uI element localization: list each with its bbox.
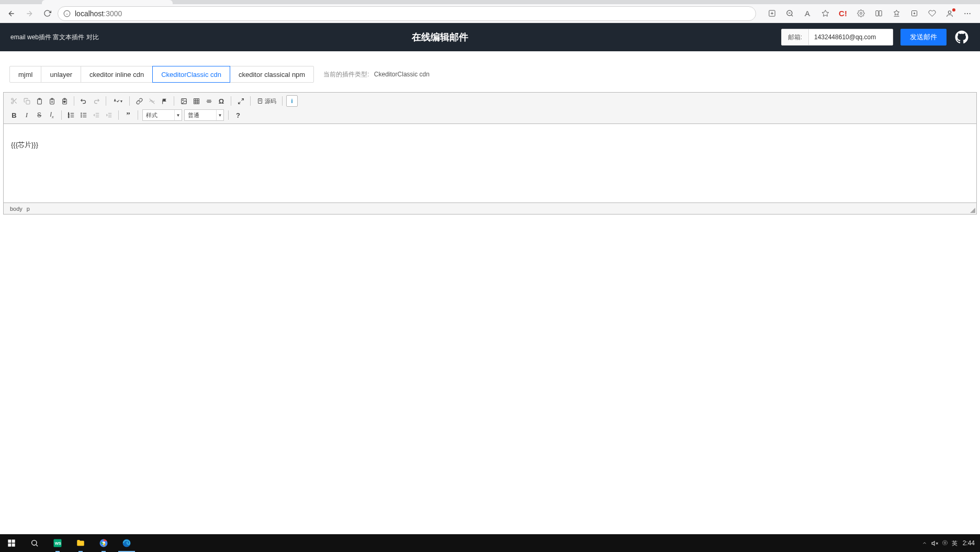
profile-avatar-icon[interactable] — [941, 6, 958, 21]
svg-rect-72 — [8, 539, 11, 543]
elements-path-body[interactable]: body — [8, 206, 25, 212]
svg-point-24 — [12, 102, 14, 104]
bulleted-list-icon[interactable] — [78, 109, 89, 121]
extension-gear-icon[interactable] — [852, 6, 869, 21]
svg-rect-28 — [26, 100, 29, 104]
horizontal-rule-icon[interactable] — [203, 95, 215, 107]
taskbar-app-edge[interactable] — [115, 534, 138, 552]
svg-line-26 — [15, 102, 16, 103]
styles-combo[interactable]: 样式 ▼ — [142, 109, 182, 121]
heart-icon[interactable] — [923, 6, 940, 21]
send-email-button[interactable]: 发送邮件 — [900, 29, 947, 46]
favorite-star-icon[interactable] — [817, 6, 833, 21]
resize-handle[interactable] — [970, 208, 975, 213]
collections-icon[interactable] — [906, 6, 922, 21]
maximize-icon[interactable] — [235, 95, 246, 107]
current-plugin-value: CkeditorClassic cdn — [374, 71, 430, 78]
github-link-icon[interactable] — [954, 29, 970, 45]
svg-line-77 — [36, 545, 38, 546]
image-icon[interactable] — [178, 95, 189, 107]
zoom-out-icon[interactable] — [781, 6, 798, 21]
paste-icon[interactable] — [33, 95, 45, 107]
help-icon[interactable]: ? — [232, 109, 244, 121]
plugin-option-mjml[interactable]: mjml — [9, 66, 41, 83]
site-info-icon[interactable] — [63, 10, 71, 17]
remove-format-icon[interactable]: Ix — [46, 109, 58, 121]
editor-content-area[interactable]: {{{芯片}}} — [4, 124, 976, 202]
start-button[interactable] — [0, 534, 23, 552]
app-launcher-icon[interactable] — [763, 6, 780, 21]
nav-back-button[interactable] — [4, 6, 19, 21]
undo-icon[interactable] — [78, 95, 89, 107]
table-icon[interactable] — [190, 95, 202, 107]
tray-chevron-up-icon[interactable] — [922, 540, 927, 546]
svg-point-40 — [182, 99, 183, 100]
plugin-option-ckeditor-classic-cdn[interactable]: CkeditorClassic cdn — [152, 66, 230, 83]
extension-c-icon[interactable]: C! — [835, 6, 851, 21]
unlink-icon — [146, 95, 157, 107]
email-input[interactable] — [809, 29, 893, 45]
plugin-option-ckeditor-inline-cdn[interactable]: ckeditor inline cdn — [81, 66, 153, 83]
address-bar[interactable]: localhost:3000 — [58, 6, 756, 21]
volume-muted-icon[interactable] — [931, 540, 938, 547]
strike-icon[interactable]: S — [33, 109, 45, 121]
chevron-down-icon: ▼ — [174, 110, 182, 120]
content-paragraph: {{{芯片}}} — [11, 140, 969, 150]
svg-rect-73 — [12, 539, 15, 543]
plugin-option-unlayer[interactable]: unlayer — [41, 66, 81, 83]
svg-rect-74 — [8, 544, 11, 547]
outdent-icon — [91, 109, 102, 121]
paste-word-icon[interactable]: W — [59, 95, 70, 107]
network-icon[interactable]: ⓔ — [942, 539, 948, 547]
plugin-radio-group: mjml unlayer ckeditor inline cdn Ckedito… — [9, 66, 314, 83]
about-icon[interactable]: i — [286, 95, 298, 107]
svg-text:3: 3 — [68, 116, 69, 118]
italic-icon[interactable]: I — [21, 109, 32, 121]
svg-line-49 — [241, 98, 243, 100]
read-aloud-icon[interactable] — [799, 6, 816, 21]
source-button[interactable]: 源码 — [254, 95, 278, 107]
favorites-list-icon[interactable] — [888, 6, 905, 21]
chevron-down-icon: ▼ — [216, 110, 223, 120]
url-text: localhost:3000 — [75, 9, 122, 18]
taskbar-app-chrome[interactable] — [92, 534, 115, 552]
header-subtitle: email web插件 富文本插件 对比 — [10, 33, 99, 42]
taskbar-app-explorer[interactable] — [69, 534, 92, 552]
header-actions: 邮箱: 发送邮件 — [781, 29, 970, 46]
source-doc-icon — [256, 97, 264, 105]
current-plugin-info: 当前的插件类型: CkeditorClassic cdn — [323, 70, 430, 79]
paste-text-icon[interactable] — [46, 95, 58, 107]
ime-indicator[interactable]: 英 — [952, 539, 958, 547]
active-browser-tab[interactable] — [42, 0, 173, 4]
editor-footer: body p — [4, 202, 976, 214]
spellcheck-icon[interactable]: ▼ — [110, 95, 126, 107]
nav-refresh-button[interactable] — [40, 6, 54, 21]
numbered-list-icon[interactable]: 123 — [65, 109, 77, 121]
search-button[interactable] — [23, 534, 46, 552]
empty-area — [0, 215, 980, 534]
notification-dot-icon — [952, 8, 955, 12]
cut-icon — [8, 95, 20, 107]
browser-tab-strip — [0, 0, 980, 4]
svg-point-21 — [967, 13, 968, 14]
split-screen-icon[interactable] — [870, 6, 887, 21]
windows-taskbar: WS ⓔ 英 2:44 — [0, 534, 980, 552]
format-combo-label: 普通 — [185, 111, 216, 119]
plugin-option-ckeditor-classical-npm[interactable]: ckeditor classical npm — [230, 66, 314, 83]
svg-line-27 — [13, 100, 14, 101]
taskbar-clock[interactable]: 2:44 — [963, 539, 975, 547]
bold-icon[interactable]: B — [8, 109, 20, 121]
format-combo[interactable]: 普通 ▼ — [184, 109, 224, 121]
special-char-icon[interactable]: Ω — [216, 95, 227, 107]
svg-marker-14 — [894, 10, 899, 15]
link-icon[interactable] — [133, 95, 145, 107]
more-menu-icon[interactable] — [959, 6, 976, 21]
blockquote-icon[interactable]: ” — [122, 109, 134, 121]
svg-point-76 — [32, 540, 37, 545]
taskbar-app-webstorm[interactable]: WS — [46, 534, 69, 552]
elements-path-p[interactable]: p — [25, 206, 32, 212]
styles-combo-label: 样式 — [143, 111, 174, 119]
taskbar-right: ⓔ 英 2:44 — [917, 539, 980, 547]
system-tray[interactable]: ⓔ 英 — [922, 539, 958, 547]
anchor-flag-icon[interactable] — [159, 95, 170, 107]
